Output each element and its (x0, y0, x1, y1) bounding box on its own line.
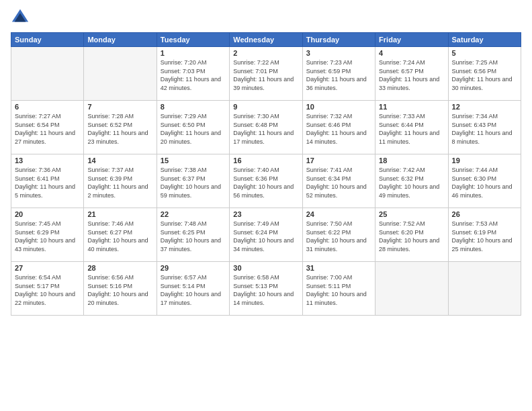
calendar-cell: 31Sunrise: 7:00 AM Sunset: 5:11 PM Dayli… (302, 262, 375, 316)
weekday-cell: Thursday (302, 33, 375, 47)
day-number: 23 (233, 210, 298, 218)
day-info: Sunrise: 7:46 AM Sunset: 6:27 PM Dayligh… (87, 220, 152, 253)
day-info: Sunrise: 7:32 AM Sunset: 6:46 PM Dayligh… (306, 112, 371, 146)
calendar-week-row: 1Sunrise: 7:20 AM Sunset: 7:03 PM Daylig… (11, 47, 521, 101)
calendar-table: SundayMondayTuesdayWednesdayThursdayFrid… (11, 32, 521, 316)
calendar-cell: 15Sunrise: 7:38 AM Sunset: 6:37 PM Dayli… (157, 154, 229, 208)
calendar-cell: 19Sunrise: 7:44 AM Sunset: 6:30 PM Dayli… (448, 154, 521, 208)
day-info: Sunrise: 7:40 AM Sunset: 6:36 PM Dayligh… (233, 166, 298, 199)
weekday-cell: Sunday (11, 33, 84, 47)
day-number: 6 (15, 103, 80, 111)
day-number: 27 (15, 264, 80, 272)
calendar-cell: 25Sunrise: 7:52 AM Sunset: 6:20 PM Dayli… (375, 208, 448, 262)
calendar-cell: 5Sunrise: 7:25 AM Sunset: 6:56 PM Daylig… (448, 47, 521, 101)
day-info: Sunrise: 7:37 AM Sunset: 6:39 PM Dayligh… (87, 166, 152, 199)
day-number: 16 (233, 156, 298, 165)
page: SundayMondayTuesdayWednesdayThursdayFrid… (0, 0, 532, 411)
day-number: 17 (306, 156, 371, 165)
day-number: 1 (161, 49, 226, 57)
calendar-cell: 3Sunrise: 7:23 AM Sunset: 6:59 PM Daylig… (302, 47, 375, 101)
day-info: Sunrise: 7:53 AM Sunset: 6:19 PM Dayligh… (452, 220, 517, 253)
day-number: 13 (15, 156, 80, 165)
calendar-cell: 27Sunrise: 6:54 AM Sunset: 5:17 PM Dayli… (11, 262, 84, 316)
day-number: 31 (306, 264, 371, 272)
day-info: Sunrise: 7:34 AM Sunset: 6:43 PM Dayligh… (452, 112, 517, 146)
header (11, 8, 521, 27)
day-number: 2 (233, 49, 298, 57)
day-info: Sunrise: 7:50 AM Sunset: 6:22 PM Dayligh… (306, 220, 371, 253)
calendar-cell: 8Sunrise: 7:29 AM Sunset: 6:50 PM Daylig… (157, 101, 229, 154)
calendar-cell: 18Sunrise: 7:42 AM Sunset: 6:32 PM Dayli… (375, 154, 448, 208)
day-info: Sunrise: 7:44 AM Sunset: 6:30 PM Dayligh… (452, 166, 517, 199)
calendar-cell: 9Sunrise: 7:30 AM Sunset: 6:48 PM Daylig… (230, 101, 302, 154)
day-info: Sunrise: 7:28 AM Sunset: 6:52 PM Dayligh… (87, 112, 152, 146)
day-number: 29 (161, 264, 226, 272)
day-info: Sunrise: 7:45 AM Sunset: 6:29 PM Dayligh… (15, 220, 80, 253)
calendar-cell: 21Sunrise: 7:46 AM Sunset: 6:27 PM Dayli… (84, 208, 157, 262)
day-number: 19 (452, 156, 517, 165)
calendar-week-row: 13Sunrise: 7:36 AM Sunset: 6:41 PM Dayli… (11, 154, 521, 208)
calendar-cell: 29Sunrise: 6:57 AM Sunset: 5:14 PM Dayli… (157, 262, 229, 316)
day-number: 10 (306, 103, 371, 111)
logo-icon (11, 8, 30, 27)
day-number: 12 (452, 103, 517, 111)
day-info: Sunrise: 7:22 AM Sunset: 7:01 PM Dayligh… (233, 58, 298, 92)
calendar-cell: 22Sunrise: 7:48 AM Sunset: 6:25 PM Dayli… (157, 208, 229, 262)
day-info: Sunrise: 6:54 AM Sunset: 5:17 PM Dayligh… (15, 273, 80, 307)
calendar-cell: 14Sunrise: 7:37 AM Sunset: 6:39 PM Dayli… (84, 154, 157, 208)
calendar-cell: 30Sunrise: 6:58 AM Sunset: 5:13 PM Dayli… (230, 262, 302, 316)
logo (11, 8, 32, 27)
day-info: Sunrise: 7:33 AM Sunset: 6:44 PM Dayligh… (379, 112, 444, 146)
day-number: 30 (233, 264, 298, 272)
calendar-cell: 28Sunrise: 6:56 AM Sunset: 5:16 PM Dayli… (84, 262, 157, 316)
calendar-cell: 17Sunrise: 7:41 AM Sunset: 6:34 PM Dayli… (302, 154, 375, 208)
day-info: Sunrise: 7:00 AM Sunset: 5:11 PM Dayligh… (306, 273, 371, 307)
calendar-cell: 26Sunrise: 7:53 AM Sunset: 6:19 PM Dayli… (448, 208, 521, 262)
day-info: Sunrise: 7:20 AM Sunset: 7:03 PM Dayligh… (161, 58, 226, 92)
day-info: Sunrise: 7:42 AM Sunset: 6:32 PM Dayligh… (379, 166, 444, 199)
day-info: Sunrise: 7:41 AM Sunset: 6:34 PM Dayligh… (306, 166, 371, 199)
calendar-body: 1Sunrise: 7:20 AM Sunset: 7:03 PM Daylig… (11, 47, 521, 316)
day-number: 25 (379, 210, 444, 218)
calendar-cell (11, 47, 84, 101)
day-info: Sunrise: 6:56 AM Sunset: 5:16 PM Dayligh… (87, 273, 152, 307)
weekday-header-row: SundayMondayTuesdayWednesdayThursdayFrid… (11, 33, 521, 47)
calendar-cell: 16Sunrise: 7:40 AM Sunset: 6:36 PM Dayli… (230, 154, 302, 208)
day-info: Sunrise: 6:57 AM Sunset: 5:14 PM Dayligh… (161, 273, 226, 307)
calendar-week-row: 6Sunrise: 7:27 AM Sunset: 6:54 PM Daylig… (11, 101, 521, 154)
day-number: 5 (452, 49, 517, 57)
day-info: Sunrise: 7:38 AM Sunset: 6:37 PM Dayligh… (161, 166, 226, 199)
calendar-cell (448, 262, 521, 316)
day-number: 9 (233, 103, 298, 111)
day-number: 24 (306, 210, 371, 218)
calendar-week-row: 20Sunrise: 7:45 AM Sunset: 6:29 PM Dayli… (11, 208, 521, 262)
day-number: 8 (161, 103, 226, 111)
weekday-cell: Wednesday (230, 33, 302, 47)
day-number: 18 (379, 156, 444, 165)
day-number: 28 (87, 264, 152, 272)
day-info: Sunrise: 6:58 AM Sunset: 5:13 PM Dayligh… (233, 273, 298, 307)
day-number: 21 (87, 210, 152, 218)
calendar-cell: 7Sunrise: 7:28 AM Sunset: 6:52 PM Daylig… (84, 101, 157, 154)
weekday-cell: Tuesday (157, 33, 229, 47)
day-number: 14 (87, 156, 152, 165)
calendar-cell: 1Sunrise: 7:20 AM Sunset: 7:03 PM Daylig… (157, 47, 229, 101)
day-number: 11 (379, 103, 444, 111)
calendar-cell: 20Sunrise: 7:45 AM Sunset: 6:29 PM Dayli… (11, 208, 84, 262)
calendar-cell: 12Sunrise: 7:34 AM Sunset: 6:43 PM Dayli… (448, 101, 521, 154)
calendar-cell: 6Sunrise: 7:27 AM Sunset: 6:54 PM Daylig… (11, 101, 84, 154)
day-info: Sunrise: 7:27 AM Sunset: 6:54 PM Dayligh… (15, 112, 80, 146)
calendar-cell (84, 47, 157, 101)
calendar-cell: 11Sunrise: 7:33 AM Sunset: 6:44 PM Dayli… (375, 101, 448, 154)
day-info: Sunrise: 7:24 AM Sunset: 6:57 PM Dayligh… (379, 58, 444, 92)
day-info: Sunrise: 7:30 AM Sunset: 6:48 PM Dayligh… (233, 112, 298, 146)
day-info: Sunrise: 7:36 AM Sunset: 6:41 PM Dayligh… (15, 166, 80, 199)
day-number: 3 (306, 49, 371, 57)
weekday-cell: Friday (375, 33, 448, 47)
day-info: Sunrise: 7:48 AM Sunset: 6:25 PM Dayligh… (161, 220, 226, 253)
day-info: Sunrise: 7:23 AM Sunset: 6:59 PM Dayligh… (306, 58, 371, 92)
calendar-cell: 4Sunrise: 7:24 AM Sunset: 6:57 PM Daylig… (375, 47, 448, 101)
weekday-cell: Monday (84, 33, 157, 47)
day-info: Sunrise: 7:25 AM Sunset: 6:56 PM Dayligh… (452, 58, 517, 92)
day-info: Sunrise: 7:49 AM Sunset: 6:24 PM Dayligh… (233, 220, 298, 253)
